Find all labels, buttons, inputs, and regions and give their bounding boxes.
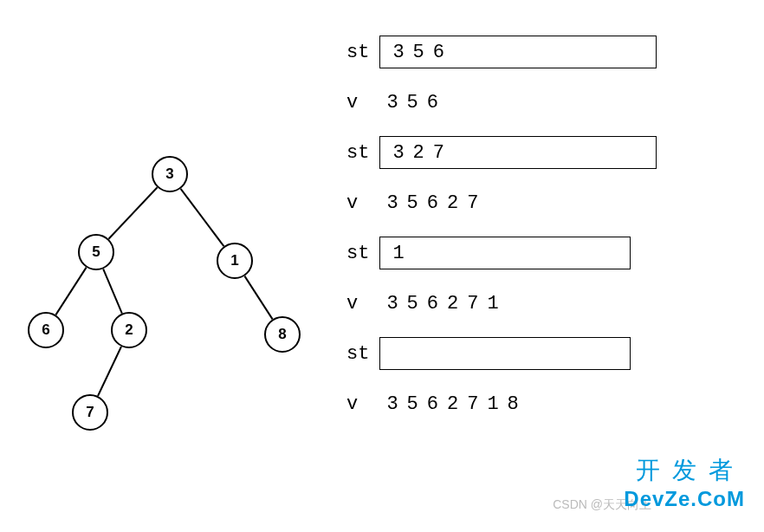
svg-line-5 [98,347,121,396]
svg-line-0 [108,187,157,238]
watermark-cn: 开发者 [624,454,745,487]
stack-label: st [346,42,369,63]
tree-node-3: 3 [152,156,188,192]
stack-box-3 [379,337,631,370]
tree-node-8: 8 [264,316,301,353]
watermark-logo: 开发者 DevZe.CoM [624,454,745,511]
stack-box-2: 1 [379,237,631,269]
stack-label: st [346,243,369,264]
traversal-steps: st356v 356st327v 35627st1v 356271stv 356… [346,35,745,437]
svg-line-4 [244,276,272,320]
visited-row: v 356 [346,92,745,113]
tree-node-5: 5 [78,234,114,270]
stack-box-1: 327 [379,136,657,169]
visited-row: v 356271 [346,293,745,314]
tree-node-1: 1 [217,243,253,279]
watermark-en: DevZe.CoM [624,487,745,511]
stack-row-2: st1 [346,236,745,270]
tree-diagram: 3516287 [17,147,320,459]
tree-node-2: 2 [111,312,147,348]
stack-row-1: st327 [346,135,745,170]
tree-node-7: 7 [72,394,108,431]
svg-line-2 [55,268,86,315]
svg-line-3 [103,269,122,313]
stack-label: st [346,343,369,365]
stack-row-3: st [346,336,745,371]
svg-line-1 [181,189,224,246]
visited-row: v 35627 [346,192,745,213]
stack-row-0: st356 [346,35,745,69]
tree-node-6: 6 [28,312,64,348]
stack-box-0: 356 [379,36,657,68]
stack-label: st [346,142,369,164]
visited-row: v 3562718 [346,393,745,414]
tree-edges [17,147,320,459]
